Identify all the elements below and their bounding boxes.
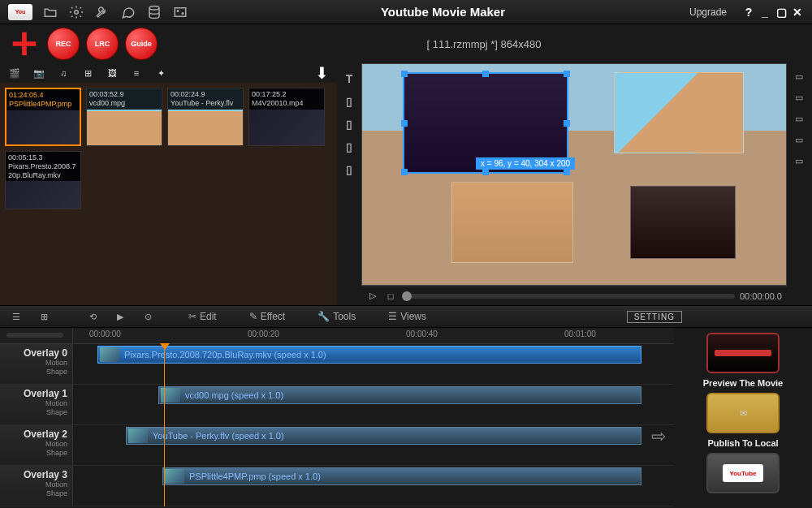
setting-button[interactable]: SETTING xyxy=(627,311,682,323)
music-tab-icon[interactable]: ♫ xyxy=(57,67,70,80)
open-icon[interactable] xyxy=(41,2,60,22)
edit-menu[interactable]: ✂Edit xyxy=(188,311,217,322)
vdistribute-icon[interactable]: ▭ xyxy=(795,135,808,148)
rewind-icon[interactable]: ⟲ xyxy=(84,308,101,325)
grid-icon[interactable]: ⊞ xyxy=(36,308,52,325)
add-button[interactable] xyxy=(8,28,41,60)
right-align-tools: ▭ ▭ ▭ ▭ ▭ xyxy=(791,63,812,305)
play-icon[interactable]: ▶ xyxy=(112,308,128,325)
gear-icon[interactable] xyxy=(67,2,86,22)
timeline-track: Overlay 3MotionShapePSPlittle4PMP.pmp (s… xyxy=(0,466,674,506)
track-header[interactable]: Overlay 0MotionShape xyxy=(0,344,73,384)
close-button[interactable]: ✕ xyxy=(791,6,804,19)
timeline-track: Overlay 2MotionShapeYouTube - Perky.flv … xyxy=(0,425,674,466)
timeline-clip[interactable]: PSPlittle4PMP.pmp (speed x 1.0) xyxy=(162,467,641,485)
track-content[interactable]: YouTube - Perky.flv (speed x 1.0) xyxy=(73,425,674,465)
views-menu[interactable]: ☰Views xyxy=(388,311,426,322)
valign-top-icon[interactable]: ▭ xyxy=(795,71,808,84)
publish-youtube-card[interactable]: YouTube xyxy=(706,453,780,493)
layers-icon[interactable]: ▭ xyxy=(795,156,808,169)
playbar: ▷ □ 00:00:00.0 xyxy=(361,286,787,305)
list-tab-icon[interactable]: ≡ xyxy=(130,67,143,80)
preview-movie-card[interactable] xyxy=(706,333,780,373)
publish-local-card[interactable]: ✉ xyxy=(706,393,780,433)
app-logo: You xyxy=(8,4,32,20)
svg-point-0 xyxy=(75,10,79,14)
timeline-ruler[interactable]: 00:00:0000:00:2000:00:4000:01:00 xyxy=(0,328,674,344)
preview-canvas[interactable]: x = 96, y = 40, 304 x 200 xyxy=(361,63,787,286)
svg-point-1 xyxy=(149,6,159,10)
left-align-tools: T ▯ ▯ ▯ ▯ xyxy=(337,63,361,305)
plugin-tab-icon[interactable]: ✦ xyxy=(154,67,167,80)
arrow-out-icon[interactable]: ⇨ xyxy=(651,426,666,447)
publish-label: Publish To Local xyxy=(707,438,778,448)
stop-button[interactable]: □ xyxy=(384,290,397,303)
svg-rect-2 xyxy=(175,7,186,16)
track-header[interactable]: Overlay 2MotionShape xyxy=(0,425,73,465)
database-icon[interactable] xyxy=(145,2,164,22)
ruler-label: 00:00:20 xyxy=(248,329,279,338)
app-title: Youtube Movie Maker xyxy=(197,5,689,19)
track-content[interactable]: vcd00.mpg (speed x 1.0) xyxy=(73,385,674,424)
screen-icon[interactable] xyxy=(171,2,190,22)
record-icon[interactable]: ⊙ xyxy=(140,308,156,325)
play-time: 00:00:00.0 xyxy=(740,291,782,301)
download-icon[interactable]: ⬇ xyxy=(315,63,329,83)
menu-icon[interactable]: ☰ xyxy=(8,308,24,325)
media-item[interactable]: 00:05:15.3Pixars.Presto.2008.720p.BluRay… xyxy=(5,151,81,209)
play-button[interactable]: ▷ xyxy=(366,290,379,303)
help-button[interactable]: ? xyxy=(742,6,755,19)
seek-slider[interactable] xyxy=(402,294,735,299)
timeline-clip[interactable]: YouTube - Perky.flv (speed x 1.0) xyxy=(126,427,641,445)
clip-tab-icon[interactable]: ⊞ xyxy=(81,67,94,80)
track-content[interactable]: PSPlittle4PMP.pmp (speed x 1.0) xyxy=(73,466,674,506)
timeline-toolbar: ☰ ⊞ ⟲ ▶ ⊙ ✂Edit ✎Effect 🔧Tools ☰Views SE… xyxy=(0,305,812,328)
media-item[interactable]: 01:24:05.4PSPlittle4PMP.pmp xyxy=(5,88,81,146)
upgrade-link[interactable]: Upgrade xyxy=(689,6,727,18)
align-left-icon[interactable]: ▯ xyxy=(342,94,356,109)
overlay-item[interactable] xyxy=(630,186,736,259)
timeline-clip[interactable]: vcd00.mpg (speed x 1.0) xyxy=(158,386,641,404)
media-item[interactable]: 00:03:52.9vcd00.mpg xyxy=(86,88,162,146)
text-tool-icon[interactable]: T xyxy=(342,71,356,86)
photo-tab-icon[interactable]: 📷 xyxy=(32,67,45,80)
media-panel: 🎬 📷 ♫ ⊞ 🖼 ≡ ✦ ⬇ 01:24:05.4PSPlittle4PMP.… xyxy=(0,63,337,305)
media-item[interactable]: 00:02:24.9YouTube - Perky.flv xyxy=(167,88,244,146)
preview-panel: T ▯ ▯ ▯ ▯ x = 96, y = 40, 304 x 200 ▷ xyxy=(337,63,812,305)
overlay-coords: x = 96, y = 40, 304 x 200 xyxy=(476,157,575,170)
timeline: 00:00:0000:00:2000:00:4000:01:00 Overlay… xyxy=(0,328,674,508)
align-right-icon[interactable]: ▯ xyxy=(342,140,356,154)
overlay-item[interactable] xyxy=(614,72,744,153)
main-toolbar: REC LRC Guide [ 111.rzmmpj *] 864x480 xyxy=(0,24,812,63)
track-content[interactable]: Pixars.Presto.2008.720p.BluRay.mkv (spee… xyxy=(73,344,674,384)
valign-mid-icon[interactable]: ▭ xyxy=(795,93,808,105)
valign-bottom-icon[interactable]: ▭ xyxy=(795,114,808,127)
media-item[interactable]: 00:17:25.2M4V20010.mp4 xyxy=(248,88,325,146)
titlebar: You Youtube Movie Maker Upgrade ? _ ▢ ✕ xyxy=(0,0,812,24)
rec-button[interactable]: REC xyxy=(47,28,80,60)
effect-menu[interactable]: ✎Effect xyxy=(249,311,285,322)
ruler-label: 00:00:40 xyxy=(406,329,438,338)
playhead[interactable] xyxy=(164,344,165,506)
overlay-item[interactable] xyxy=(451,182,573,263)
zoom-slider[interactable] xyxy=(6,333,63,338)
guide-button[interactable]: Guide xyxy=(125,28,158,60)
lrc-button[interactable]: LRC xyxy=(86,28,119,60)
minimize-button[interactable]: _ xyxy=(758,6,771,19)
svg-point-3 xyxy=(177,10,179,11)
maximize-button[interactable]: ▢ xyxy=(775,6,788,19)
wrench-icon[interactable] xyxy=(93,2,112,22)
chat-icon[interactable] xyxy=(119,2,138,22)
timeline-track: Overlay 0MotionShapePixars.Presto.2008.7… xyxy=(0,344,674,385)
distribute-icon[interactable]: ▯ xyxy=(342,162,356,177)
video-tab-icon[interactable]: 🎬 xyxy=(8,67,21,80)
image-tab-icon[interactable]: 🖼 xyxy=(106,67,119,80)
timeline-clip[interactable]: Pixars.Presto.2008.720p.BluRay.mkv (spee… xyxy=(97,346,641,364)
align-center-icon[interactable]: ▯ xyxy=(342,117,356,131)
track-header[interactable]: Overlay 3MotionShape xyxy=(0,466,73,506)
tracks-container: Overlay 0MotionShapePixars.Presto.2008.7… xyxy=(0,344,674,506)
track-header[interactable]: Overlay 1MotionShape xyxy=(0,385,73,424)
preview-label: Preview The Movie xyxy=(703,378,783,388)
preview-area: x = 96, y = 40, 304 x 200 ▷ □ 00:00:00.0 xyxy=(361,63,791,305)
tools-menu[interactable]: 🔧Tools xyxy=(317,311,356,322)
